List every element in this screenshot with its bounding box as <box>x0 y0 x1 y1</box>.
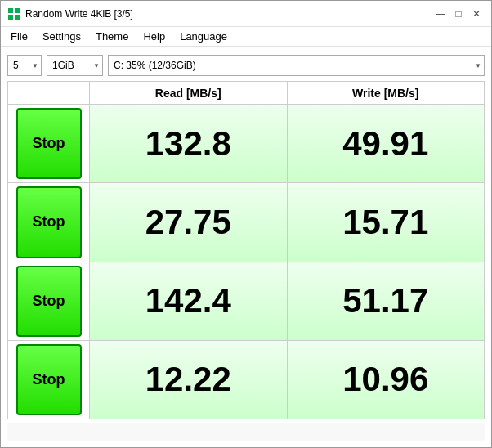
stop-cell-1: Stop <box>8 105 90 182</box>
stop-cell-3: Stop <box>8 262 90 340</box>
close-button[interactable]: ✕ <box>468 6 485 22</box>
menu-bar: File Settings Theme Help Language <box>1 27 491 47</box>
svg-rect-2 <box>8 15 13 20</box>
drive-wrapper: C: 35% (12/36GiB) <box>108 55 485 76</box>
svg-rect-0 <box>8 8 13 13</box>
table-row: Stop 12.22 10.96 <box>8 341 484 419</box>
stop-button-2[interactable]: Stop <box>16 186 82 258</box>
menu-item-file[interactable]: File <box>4 29 34 44</box>
header-stop-cell <box>8 82 90 104</box>
menu-item-settings[interactable]: Settings <box>36 29 87 44</box>
data-grid: Read [MB/s] Write [MB/s] Stop 132.8 49.9… <box>7 81 485 419</box>
menu-item-theme[interactable]: Theme <box>89 29 135 44</box>
queue-depth-select[interactable]: 1234 581632 <box>7 55 42 76</box>
window-controls: — □ ✕ <box>432 6 485 22</box>
table-row: Stop 27.75 15.71 <box>8 183 484 262</box>
read-value-4: 12.22 <box>90 341 288 419</box>
main-content: 1234 581632 512MiB1GiB2GiB 4GiB8GiB16GiB… <box>1 47 491 447</box>
header-write: Write [MB/s] <box>288 82 485 104</box>
write-value-4: 10.96 <box>288 341 485 419</box>
write-value-3: 51.17 <box>288 262 485 340</box>
stop-button-1[interactable]: Stop <box>16 108 82 179</box>
stop-button-4[interactable]: Stop <box>16 344 82 415</box>
menu-item-help[interactable]: Help <box>136 29 172 44</box>
queue-depth-wrapper: 1234 581632 <box>7 55 42 76</box>
window-title: Random Write 4KiB [3/5] <box>25 8 432 20</box>
status-bar <box>7 423 485 441</box>
menu-item-language[interactable]: Language <box>173 29 234 44</box>
table-row: Stop 142.4 51.17 <box>8 262 484 341</box>
table-row: Stop 132.8 49.91 <box>8 105 484 183</box>
stop-cell-4: Stop <box>8 341 90 419</box>
maximize-button[interactable]: □ <box>450 6 467 22</box>
write-value-1: 49.91 <box>288 105 485 182</box>
header-read: Read [MB/s] <box>90 82 288 104</box>
grid-header: Read [MB/s] Write [MB/s] <box>8 82 484 105</box>
svg-rect-3 <box>15 15 20 20</box>
read-value-1: 132.8 <box>90 105 288 182</box>
size-wrapper: 512MiB1GiB2GiB 4GiB8GiB16GiB 32GiB64GiB <box>47 55 103 76</box>
size-select[interactable]: 512MiB1GiB2GiB 4GiB8GiB16GiB 32GiB64GiB <box>47 55 103 76</box>
write-value-2: 15.71 <box>288 183 485 261</box>
minimize-button[interactable]: — <box>432 6 449 22</box>
stop-cell-2: Stop <box>8 183 90 261</box>
svg-rect-1 <box>15 8 20 13</box>
read-value-3: 142.4 <box>90 262 288 340</box>
drive-select[interactable]: C: 35% (12/36GiB) <box>108 55 485 76</box>
read-value-2: 27.75 <box>90 183 288 261</box>
stop-button-3[interactable]: Stop <box>16 266 82 337</box>
title-bar: Random Write 4KiB [3/5] — □ ✕ <box>1 1 491 27</box>
app-icon <box>7 7 20 20</box>
main-window: Random Write 4KiB [3/5] — □ ✕ File Setti… <box>0 0 492 448</box>
controls-row: 1234 581632 512MiB1GiB2GiB 4GiB8GiB16GiB… <box>7 53 485 78</box>
